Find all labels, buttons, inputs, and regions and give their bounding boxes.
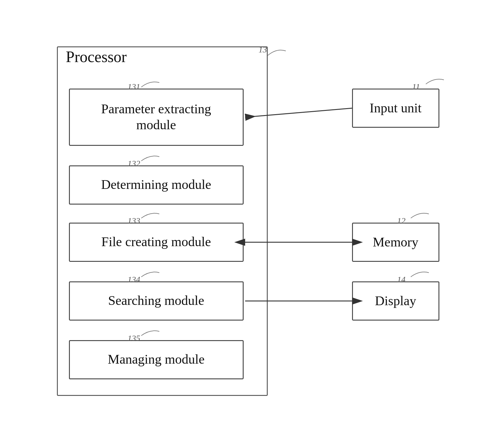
ref-131: 131 <box>128 82 140 92</box>
module-135-label: Managing module <box>102 349 211 371</box>
module-134-label: Searching module <box>102 290 210 312</box>
module-131-label: Parameter extractingmodule <box>95 98 217 136</box>
ref-132: 132 <box>128 159 140 168</box>
ref-135: 135 <box>128 334 140 343</box>
input-unit-label: Input unit <box>370 100 421 116</box>
module-133-label: File creating module <box>95 231 217 253</box>
ref-12: 12 <box>397 216 406 226</box>
module-135: Managing module <box>69 340 244 379</box>
module-134: Searching module <box>69 281 244 321</box>
module-132: Determining module <box>69 165 244 205</box>
module-131: Parameter extractingmodule <box>69 89 244 146</box>
processor-label: Processor <box>57 48 127 66</box>
ref-11: 11 <box>412 82 420 92</box>
ref-133: 133 <box>128 216 140 226</box>
side-box-input-unit: Input unit <box>352 89 439 128</box>
ref-14: 14 <box>397 275 406 284</box>
display-label: Display <box>375 293 416 309</box>
memory-label: Memory <box>373 234 419 250</box>
side-box-memory: Memory <box>352 223 439 262</box>
ref-13: 13 <box>259 45 267 55</box>
side-box-display: Display <box>352 281 439 321</box>
module-132-label: Determining module <box>95 174 217 196</box>
module-133: File creating module <box>69 223 244 262</box>
ref-134: 134 <box>128 275 140 284</box>
diagram: Processor 13 Parameter extractingmodule … <box>39 28 460 420</box>
